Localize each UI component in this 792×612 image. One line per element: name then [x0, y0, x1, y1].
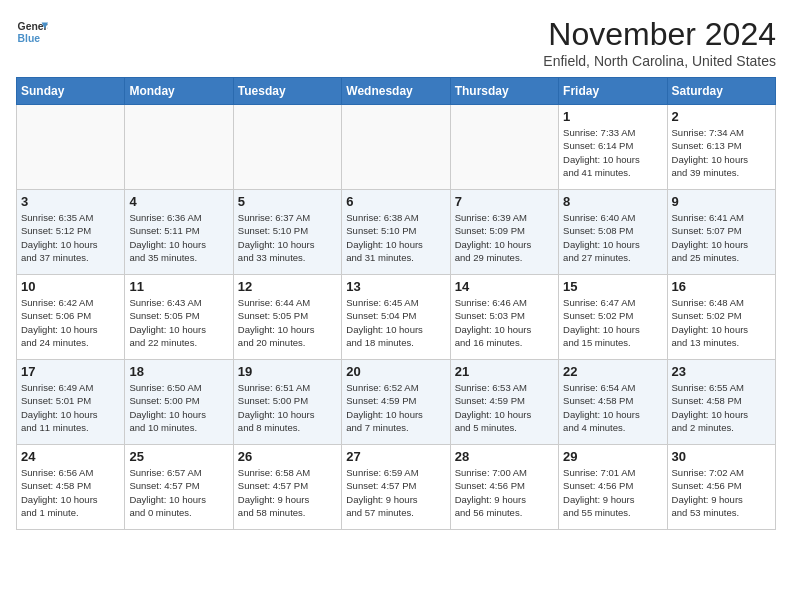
calendar-cell: 8Sunrise: 6:40 AM Sunset: 5:08 PM Daylig…: [559, 190, 667, 275]
day-number: 1: [563, 109, 662, 124]
day-number: 26: [238, 449, 337, 464]
day-info: Sunrise: 6:40 AM Sunset: 5:08 PM Dayligh…: [563, 211, 662, 264]
day-number: 19: [238, 364, 337, 379]
day-number: 14: [455, 279, 554, 294]
day-number: 25: [129, 449, 228, 464]
day-number: 8: [563, 194, 662, 209]
calendar-cell: [450, 105, 558, 190]
day-number: 20: [346, 364, 445, 379]
day-info: Sunrise: 7:01 AM Sunset: 4:56 PM Dayligh…: [563, 466, 662, 519]
logo: General Blue: [16, 16, 48, 48]
calendar-cell: 15Sunrise: 6:47 AM Sunset: 5:02 PM Dayli…: [559, 275, 667, 360]
day-number: 9: [672, 194, 771, 209]
calendar-cell: 23Sunrise: 6:55 AM Sunset: 4:58 PM Dayli…: [667, 360, 775, 445]
calendar-cell: 26Sunrise: 6:58 AM Sunset: 4:57 PM Dayli…: [233, 445, 341, 530]
day-number: 18: [129, 364, 228, 379]
calendar-week-4: 17Sunrise: 6:49 AM Sunset: 5:01 PM Dayli…: [17, 360, 776, 445]
calendar-cell: 16Sunrise: 6:48 AM Sunset: 5:02 PM Dayli…: [667, 275, 775, 360]
day-info: Sunrise: 6:47 AM Sunset: 5:02 PM Dayligh…: [563, 296, 662, 349]
calendar-cell: 13Sunrise: 6:45 AM Sunset: 5:04 PM Dayli…: [342, 275, 450, 360]
day-number: 22: [563, 364, 662, 379]
day-info: Sunrise: 6:38 AM Sunset: 5:10 PM Dayligh…: [346, 211, 445, 264]
day-info: Sunrise: 6:44 AM Sunset: 5:05 PM Dayligh…: [238, 296, 337, 349]
day-info: Sunrise: 6:57 AM Sunset: 4:57 PM Dayligh…: [129, 466, 228, 519]
day-info: Sunrise: 6:48 AM Sunset: 5:02 PM Dayligh…: [672, 296, 771, 349]
calendar-cell: [233, 105, 341, 190]
calendar-cell: [125, 105, 233, 190]
calendar-cell: 28Sunrise: 7:00 AM Sunset: 4:56 PM Dayli…: [450, 445, 558, 530]
day-number: 21: [455, 364, 554, 379]
day-number: 2: [672, 109, 771, 124]
day-number: 16: [672, 279, 771, 294]
location-title: Enfield, North Carolina, United States: [543, 53, 776, 69]
svg-text:Blue: Blue: [18, 33, 41, 44]
calendar-week-3: 10Sunrise: 6:42 AM Sunset: 5:06 PM Dayli…: [17, 275, 776, 360]
day-info: Sunrise: 7:02 AM Sunset: 4:56 PM Dayligh…: [672, 466, 771, 519]
calendar-cell: 18Sunrise: 6:50 AM Sunset: 5:00 PM Dayli…: [125, 360, 233, 445]
day-number: 3: [21, 194, 120, 209]
calendar-cell: 9Sunrise: 6:41 AM Sunset: 5:07 PM Daylig…: [667, 190, 775, 275]
day-number: 6: [346, 194, 445, 209]
day-info: Sunrise: 6:53 AM Sunset: 4:59 PM Dayligh…: [455, 381, 554, 434]
calendar-cell: 1Sunrise: 7:33 AM Sunset: 6:14 PM Daylig…: [559, 105, 667, 190]
calendar-cell: [17, 105, 125, 190]
calendar-cell: 19Sunrise: 6:51 AM Sunset: 5:00 PM Dayli…: [233, 360, 341, 445]
calendar-cell: 27Sunrise: 6:59 AM Sunset: 4:57 PM Dayli…: [342, 445, 450, 530]
title-area: November 2024 Enfield, North Carolina, U…: [543, 16, 776, 69]
calendar-cell: 6Sunrise: 6:38 AM Sunset: 5:10 PM Daylig…: [342, 190, 450, 275]
day-info: Sunrise: 6:59 AM Sunset: 4:57 PM Dayligh…: [346, 466, 445, 519]
calendar-table: SundayMondayTuesdayWednesdayThursdayFrid…: [16, 77, 776, 530]
day-info: Sunrise: 7:34 AM Sunset: 6:13 PM Dayligh…: [672, 126, 771, 179]
logo-icon: General Blue: [16, 16, 48, 48]
calendar-cell: 12Sunrise: 6:44 AM Sunset: 5:05 PM Dayli…: [233, 275, 341, 360]
weekday-header-wednesday: Wednesday: [342, 78, 450, 105]
calendar-week-2: 3Sunrise: 6:35 AM Sunset: 5:12 PM Daylig…: [17, 190, 776, 275]
day-number: 17: [21, 364, 120, 379]
day-info: Sunrise: 6:52 AM Sunset: 4:59 PM Dayligh…: [346, 381, 445, 434]
calendar-cell: 10Sunrise: 6:42 AM Sunset: 5:06 PM Dayli…: [17, 275, 125, 360]
day-info: Sunrise: 6:49 AM Sunset: 5:01 PM Dayligh…: [21, 381, 120, 434]
weekday-header-row: SundayMondayTuesdayWednesdayThursdayFrid…: [17, 78, 776, 105]
day-info: Sunrise: 6:50 AM Sunset: 5:00 PM Dayligh…: [129, 381, 228, 434]
day-info: Sunrise: 6:46 AM Sunset: 5:03 PM Dayligh…: [455, 296, 554, 349]
day-info: Sunrise: 6:55 AM Sunset: 4:58 PM Dayligh…: [672, 381, 771, 434]
day-info: Sunrise: 6:45 AM Sunset: 5:04 PM Dayligh…: [346, 296, 445, 349]
day-number: 29: [563, 449, 662, 464]
weekday-header-monday: Monday: [125, 78, 233, 105]
day-number: 28: [455, 449, 554, 464]
day-info: Sunrise: 6:35 AM Sunset: 5:12 PM Dayligh…: [21, 211, 120, 264]
day-number: 4: [129, 194, 228, 209]
day-info: Sunrise: 6:56 AM Sunset: 4:58 PM Dayligh…: [21, 466, 120, 519]
day-info: Sunrise: 6:43 AM Sunset: 5:05 PM Dayligh…: [129, 296, 228, 349]
weekday-header-tuesday: Tuesday: [233, 78, 341, 105]
calendar-cell: 29Sunrise: 7:01 AM Sunset: 4:56 PM Dayli…: [559, 445, 667, 530]
month-title: November 2024: [543, 16, 776, 53]
calendar-cell: 5Sunrise: 6:37 AM Sunset: 5:10 PM Daylig…: [233, 190, 341, 275]
day-number: 15: [563, 279, 662, 294]
calendar-week-1: 1Sunrise: 7:33 AM Sunset: 6:14 PM Daylig…: [17, 105, 776, 190]
day-info: Sunrise: 6:39 AM Sunset: 5:09 PM Dayligh…: [455, 211, 554, 264]
day-info: Sunrise: 6:51 AM Sunset: 5:00 PM Dayligh…: [238, 381, 337, 434]
weekday-header-thursday: Thursday: [450, 78, 558, 105]
day-number: 11: [129, 279, 228, 294]
weekday-header-saturday: Saturday: [667, 78, 775, 105]
calendar-cell: 11Sunrise: 6:43 AM Sunset: 5:05 PM Dayli…: [125, 275, 233, 360]
day-info: Sunrise: 7:33 AM Sunset: 6:14 PM Dayligh…: [563, 126, 662, 179]
calendar-cell: 25Sunrise: 6:57 AM Sunset: 4:57 PM Dayli…: [125, 445, 233, 530]
calendar-week-5: 24Sunrise: 6:56 AM Sunset: 4:58 PM Dayli…: [17, 445, 776, 530]
day-info: Sunrise: 6:41 AM Sunset: 5:07 PM Dayligh…: [672, 211, 771, 264]
day-number: 13: [346, 279, 445, 294]
calendar-cell: 21Sunrise: 6:53 AM Sunset: 4:59 PM Dayli…: [450, 360, 558, 445]
calendar-cell: 14Sunrise: 6:46 AM Sunset: 5:03 PM Dayli…: [450, 275, 558, 360]
weekday-header-friday: Friday: [559, 78, 667, 105]
calendar-cell: 22Sunrise: 6:54 AM Sunset: 4:58 PM Dayli…: [559, 360, 667, 445]
day-info: Sunrise: 6:54 AM Sunset: 4:58 PM Dayligh…: [563, 381, 662, 434]
calendar-cell: 4Sunrise: 6:36 AM Sunset: 5:11 PM Daylig…: [125, 190, 233, 275]
day-info: Sunrise: 6:42 AM Sunset: 5:06 PM Dayligh…: [21, 296, 120, 349]
day-info: Sunrise: 7:00 AM Sunset: 4:56 PM Dayligh…: [455, 466, 554, 519]
day-number: 24: [21, 449, 120, 464]
calendar-cell: 30Sunrise: 7:02 AM Sunset: 4:56 PM Dayli…: [667, 445, 775, 530]
day-number: 5: [238, 194, 337, 209]
calendar-cell: 20Sunrise: 6:52 AM Sunset: 4:59 PM Dayli…: [342, 360, 450, 445]
day-info: Sunrise: 6:37 AM Sunset: 5:10 PM Dayligh…: [238, 211, 337, 264]
